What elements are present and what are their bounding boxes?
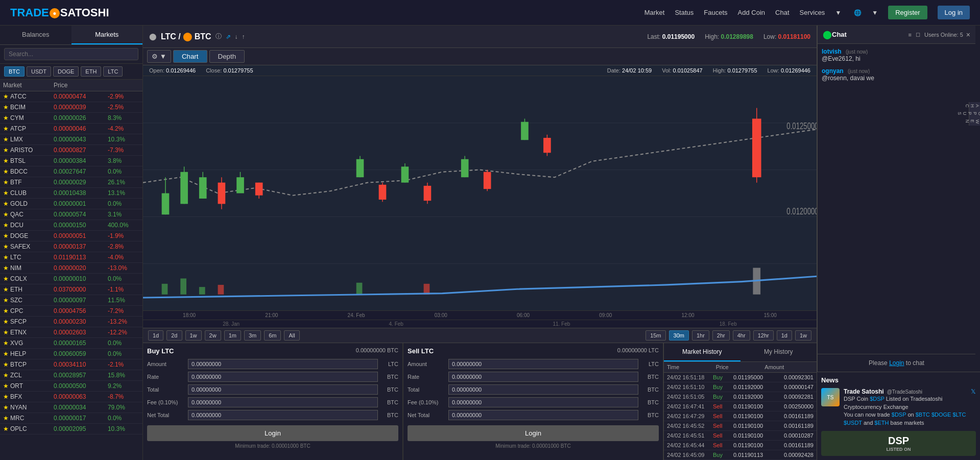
filter-ltc[interactable]: LTC xyxy=(103,66,123,77)
market-row[interactable]: ★SZC 0.00000097 11.5% xyxy=(0,295,142,306)
market-row[interactable]: ★LMX 0.00000043 10.3% xyxy=(0,134,142,145)
btn-3m[interactable]: 3m xyxy=(244,330,261,341)
market-row[interactable]: ★BFX 0.00000063 -8.7% xyxy=(0,392,142,402)
buy-fee-input[interactable] xyxy=(188,397,378,407)
market-row[interactable]: ★LTC 0.01190113 -4.0% xyxy=(0,252,142,263)
btn-15m[interactable]: 15m xyxy=(646,330,665,341)
twitter-icon[interactable]: 𝕏 xyxy=(971,388,976,395)
filter-doge[interactable]: DOGE xyxy=(53,66,79,77)
search-input[interactable] xyxy=(4,48,138,60)
filter-usdt[interactable]: USDT xyxy=(27,66,51,77)
info-icon[interactable]: ⓘ xyxy=(216,32,222,41)
tab-chart[interactable]: Chart xyxy=(173,50,207,63)
sell-rate-input[interactable] xyxy=(448,372,638,382)
market-row[interactable]: ★NYAN 0.00000034 79.0% xyxy=(0,402,142,413)
side-news-icon[interactable]: NEWS xyxy=(963,117,981,126)
filter-eth[interactable]: ETH xyxy=(81,66,101,77)
tab-markets[interactable]: Markets xyxy=(71,26,143,44)
sell-amount-input[interactable] xyxy=(448,359,638,369)
btn-1m[interactable]: 1m xyxy=(224,330,241,341)
market-row[interactable]: ★ATCP 0.00000046 -4.2% xyxy=(0,124,142,134)
btn-30m[interactable]: 30m xyxy=(669,330,689,341)
market-row[interactable]: ★CPC 0.00004756 -7.2% xyxy=(0,306,142,317)
market-row[interactable]: ★BTF 0.00000029 26.1% xyxy=(0,177,142,188)
market-row[interactable]: ★DOGE 0.00000051 -1.9% xyxy=(0,231,142,241)
buy-nettotal-input[interactable] xyxy=(188,410,378,420)
market-row[interactable]: ★NIM 0.00000020 -13.0% xyxy=(0,263,142,274)
nav-services[interactable]: Services xyxy=(800,9,825,16)
btn-1w[interactable]: 1w xyxy=(185,330,202,341)
buy-total-input[interactable] xyxy=(188,384,378,395)
market-row[interactable]: ★BDCC 0.00027647 0.0% xyxy=(0,166,142,177)
market-row[interactable]: ★ORT 0.00000500 9.2% xyxy=(0,381,142,392)
btn-1hr[interactable]: 1hr xyxy=(692,330,709,341)
nav-faucets[interactable]: Faucets xyxy=(704,9,727,16)
market-row[interactable]: ★ZCL 0.00028957 15.8% xyxy=(0,370,142,381)
btn-12hr[interactable]: 12hr xyxy=(753,330,774,341)
chat-login-link[interactable]: Login xyxy=(889,359,904,367)
nav-status[interactable]: Status xyxy=(675,9,694,16)
login-button[interactable]: Log in xyxy=(938,6,970,19)
btn-1w-r[interactable]: 1w xyxy=(795,330,811,341)
btn-all[interactable]: All xyxy=(284,330,299,341)
market-row[interactable]: ★SAFEX 0.00000137 -2.8% xyxy=(0,241,142,252)
chat-expand-icon[interactable]: ◻ xyxy=(916,31,920,38)
btn-1d[interactable]: 1d xyxy=(148,330,163,341)
market-row[interactable]: ★XVG 0.00000165 0.0% xyxy=(0,338,142,349)
market-row[interactable]: ★GOLD 0.00000001 0.0% xyxy=(0,199,142,209)
chat-menu-icon[interactable]: ≡ xyxy=(909,32,912,38)
buy-amount-input[interactable] xyxy=(188,359,378,369)
tab-balances[interactable]: Balances xyxy=(0,26,71,44)
news-btc[interactable]: $BTC xyxy=(916,411,930,418)
sell-total-input[interactable] xyxy=(448,384,638,395)
market-row[interactable]: ★ETH 0.03700000 -1.1% xyxy=(0,284,142,295)
news-doge[interactable]: $DOGE xyxy=(931,411,951,418)
news-usdt[interactable]: $USDT xyxy=(844,420,862,426)
side-chat-icon[interactable]: CHAT xyxy=(963,102,981,110)
market-row[interactable]: ★BCIM 0.00000039 -2.5% xyxy=(0,102,142,113)
chat-close-icon[interactable]: × xyxy=(966,31,970,39)
news-eth[interactable]: $ETH xyxy=(874,420,889,426)
gear-button[interactable]: ⚙ ▼ xyxy=(147,50,171,63)
news-ltc[interactable]: $LTC xyxy=(952,411,966,418)
arrow-up-icon[interactable]: ↑ xyxy=(242,33,245,40)
filter-btc[interactable]: BTC xyxy=(4,66,25,77)
market-row[interactable]: ★ETNX 0.00002603 -12.2% xyxy=(0,327,142,338)
market-row[interactable]: ★BTSL 0.00000384 3.8% xyxy=(0,156,142,166)
btn-1d-r[interactable]: 1d xyxy=(777,330,792,341)
buy-login-button[interactable]: Login xyxy=(147,425,398,441)
sell-fee-input[interactable] xyxy=(448,397,638,407)
buy-rate-input[interactable] xyxy=(188,372,378,382)
sell-nettotal-input[interactable] xyxy=(448,410,638,420)
side-support-icon[interactable]: SUPPORT xyxy=(955,110,981,117)
market-row[interactable]: ★HELP 0.00060059 0.0% xyxy=(0,349,142,359)
market-row[interactable]: ★SFCP 0.00000230 -13.2% xyxy=(0,317,142,327)
market-row[interactable]: ★COLX 0.00000010 0.0% xyxy=(0,274,142,284)
btn-6m[interactable]: 6m xyxy=(264,330,281,341)
market-row[interactable]: ★QAC 0.00000574 3.1% xyxy=(0,209,142,220)
market-row[interactable]: ★BTCP 0.00034110 -2.1% xyxy=(0,359,142,370)
nav-chat[interactable]: Chat xyxy=(775,9,789,16)
globe-icon[interactable]: 🌐 xyxy=(854,9,862,16)
nav-market[interactable]: Market xyxy=(644,9,665,16)
sell-login-button[interactable]: Login xyxy=(408,425,659,441)
btn-2d[interactable]: 2d xyxy=(166,330,182,341)
register-button[interactable]: Register xyxy=(888,6,927,19)
external-link-icon[interactable]: ⇗ xyxy=(226,33,231,40)
tab-depth[interactable]: Depth xyxy=(209,50,245,63)
market-row[interactable]: ★CYM 0.00000026 8.3% xyxy=(0,113,142,124)
btn-4hr[interactable]: 4hr xyxy=(733,330,750,341)
nav-add-coin[interactable]: Add Coin xyxy=(738,9,765,16)
tab-my-history[interactable]: My History xyxy=(740,343,817,361)
btn-2hr[interactable]: 2hr xyxy=(712,330,730,341)
arrow-down-icon[interactable]: ↓ xyxy=(235,33,238,40)
news-dsp-link[interactable]: $DSP xyxy=(870,396,885,402)
market-row[interactable]: ★DCU 0.00000150 400.0% xyxy=(0,220,142,231)
market-row[interactable]: ★MRC 0.00000017 0.0% xyxy=(0,413,142,424)
market-row[interactable]: ★OPLC 0.00002095 10.3% xyxy=(0,424,142,434)
market-row[interactable]: ★CLUB 0.00010438 13.1% xyxy=(0,188,142,199)
market-row[interactable]: ★ATCC 0.00000474 -2.9% xyxy=(0,91,142,102)
btn-2w[interactable]: 2w xyxy=(205,330,221,341)
tab-market-history[interactable]: Market History xyxy=(664,343,740,361)
news-dsp2[interactable]: $DSP xyxy=(892,411,906,418)
